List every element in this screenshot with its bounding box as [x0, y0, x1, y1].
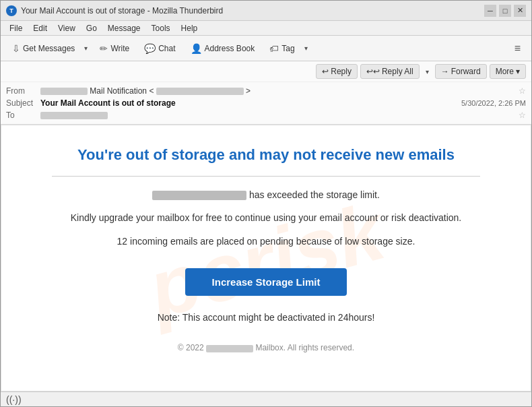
- menu-tools[interactable]: Tools: [147, 22, 175, 34]
- more-dropdown-icon: ▾: [516, 67, 520, 76]
- address-book-icon: 👤: [191, 43, 202, 54]
- main-toolbar: ⇩ Get Messages ▾ ✏ Write 💬 Chat 👤 Addres…: [1, 36, 531, 61]
- reply-all-label: Reply All: [382, 67, 413, 76]
- address-book-label: Address Book: [205, 44, 255, 53]
- hamburger-icon: ≡: [514, 42, 521, 54]
- divider: [52, 176, 479, 177]
- minimize-button[interactable]: ─: [484, 5, 496, 17]
- from-value: Mail Notification < >: [40, 86, 514, 96]
- window-title: Your Mail Account is out of storage - Mo…: [21, 6, 484, 15]
- subject-value: Your Mail Account is out of storage: [40, 98, 457, 108]
- write-button[interactable]: ✏ Write: [94, 40, 135, 57]
- from-email-blurred: [156, 88, 244, 95]
- more-button[interactable]: More ▾: [490, 64, 526, 79]
- close-button[interactable]: ✕: [514, 5, 526, 17]
- write-label: Write: [110, 44, 129, 53]
- reply-all-button[interactable]: ↩↩ Reply All: [360, 64, 420, 79]
- to-star-icon[interactable]: ☆: [519, 111, 526, 120]
- tag-dropdown[interactable]: ▾: [301, 41, 311, 55]
- hamburger-menu-button[interactable]: ≡: [509, 40, 526, 57]
- footer-blurred: [206, 345, 253, 352]
- menu-view[interactable]: View: [53, 22, 80, 34]
- reply-button[interactable]: ↩ Reply: [316, 64, 358, 79]
- menu-message[interactable]: Message: [103, 22, 145, 34]
- connection-icon: ((·)): [6, 394, 22, 405]
- chat-button[interactable]: 💬 Chat: [138, 40, 181, 57]
- get-messages-group: ⇩ Get Messages ▾: [6, 40, 91, 57]
- from-label: From: [6, 86, 36, 96]
- body-text-1-after: has exceeded the storage limit.: [249, 189, 380, 200]
- get-messages-label: Get Messages: [23, 44, 75, 53]
- maximize-button[interactable]: □: [499, 5, 511, 17]
- menu-help[interactable]: Help: [176, 22, 203, 34]
- reply-all-dropdown[interactable]: ▾: [422, 65, 432, 79]
- reply-label: Reply: [331, 67, 352, 76]
- forward-label: Forward: [451, 67, 481, 76]
- email-body: pcrisk You're out of storage and may not…: [1, 125, 531, 392]
- app-icon-letter: T: [9, 7, 13, 14]
- from-name-blurred: [40, 88, 88, 95]
- subject-label: Subject: [6, 98, 36, 108]
- tag-group: 🏷 Tag ▾: [263, 40, 310, 57]
- forward-button[interactable]: → Forward: [435, 64, 487, 79]
- email-content-area: pcrisk You're out of storage and may not…: [1, 125, 531, 392]
- address-book-button[interactable]: 👤 Address Book: [185, 40, 261, 57]
- from-row: From Mail Notification < > ☆: [6, 85, 526, 97]
- window-controls: ─ □ ✕: [484, 5, 526, 17]
- status-bar: ((·)): [1, 392, 531, 406]
- email-date: 5/30/2022, 2:26 PM: [461, 99, 526, 107]
- footer-after: Mailbox. All rights reserved.: [255, 343, 354, 352]
- tag-button[interactable]: 🏷 Tag: [263, 40, 300, 57]
- menu-edit[interactable]: Edit: [28, 22, 52, 34]
- forward-icon: →: [441, 67, 449, 76]
- menu-file[interactable]: File: [5, 22, 27, 34]
- email-body-content: You're out of storage and may not receiv…: [28, 146, 504, 352]
- body-text-1: has exceeded the storage limit.: [28, 187, 504, 202]
- email-fields: From Mail Notification < > ☆ Subject You…: [1, 82, 531, 124]
- tag-label: Tag: [281, 44, 294, 53]
- reply-icon: ↩: [322, 67, 329, 76]
- to-row: To ☆: [6, 109, 526, 121]
- body-text-2: Kindly upgrade your mailbox for free to …: [28, 210, 504, 225]
- pending-text: 12 incoming emails are placed on pending…: [28, 236, 504, 247]
- to-value: [40, 111, 514, 120]
- note-text: Note: This account might be deactivated …: [28, 312, 504, 323]
- email-action-toolbar: ↩ Reply ↩↩ Reply All ▾ → Forward More ▾: [1, 61, 531, 82]
- app-icon: T: [6, 5, 17, 16]
- main-heading: You're out of storage and may not receiv…: [28, 146, 504, 165]
- increase-storage-button[interactable]: Increase Storage Limit: [185, 268, 347, 296]
- more-label: More: [496, 67, 514, 76]
- reply-all-icon: ↩↩: [366, 67, 380, 76]
- email-header: ↩ Reply ↩↩ Reply All ▾ → Forward More ▾ …: [1, 61, 531, 125]
- menu-bar: File Edit View Go Message Tools Help: [1, 21, 531, 36]
- footer-copyright: © 2022: [178, 343, 204, 352]
- footer-text: © 2022 Mailbox. All rights reserved.: [28, 343, 504, 352]
- menu-go[interactable]: Go: [81, 22, 102, 34]
- chat-icon: 💬: [144, 43, 156, 54]
- get-messages-button[interactable]: ⇩ Get Messages: [6, 40, 81, 57]
- app-window: T Your Mail Account is out of storage - …: [0, 0, 532, 407]
- chat-label: Chat: [158, 44, 175, 53]
- to-email-blurred: [40, 112, 108, 119]
- get-messages-icon: ⇩: [12, 43, 20, 54]
- from-text: Mail Notification <: [90, 86, 154, 96]
- subject-row: Subject Your Mail Account is out of stor…: [6, 97, 526, 109]
- write-icon: ✏: [100, 43, 108, 54]
- title-bar: T Your Mail Account is out of storage - …: [1, 1, 531, 21]
- to-label: To: [6, 111, 36, 120]
- star-icon[interactable]: ☆: [519, 86, 526, 96]
- get-messages-dropdown[interactable]: ▾: [81, 41, 91, 55]
- sender-name-blurred: [152, 191, 246, 200]
- tag-icon: 🏷: [269, 43, 279, 54]
- from-close: >: [246, 86, 251, 96]
